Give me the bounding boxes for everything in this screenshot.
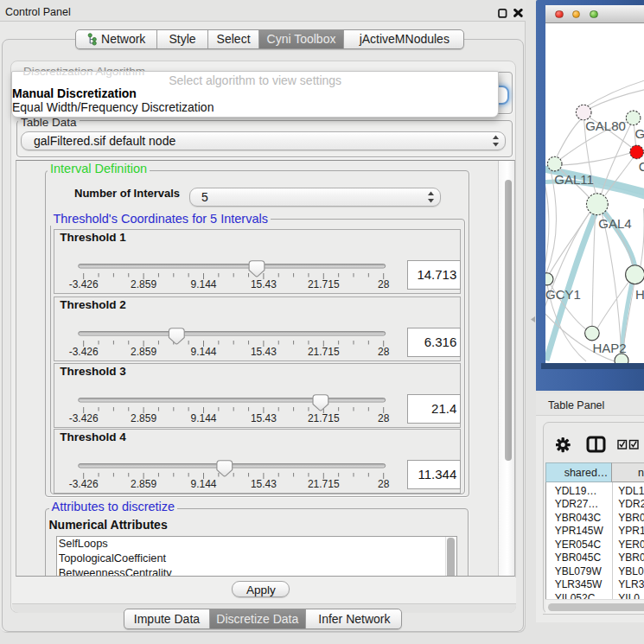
svg-text:15.43: 15.43 <box>251 278 277 290</box>
svg-text:15.43: 15.43 <box>251 478 277 490</box>
svg-text:-3.426: -3.426 <box>69 278 99 290</box>
svg-text:15.43: 15.43 <box>251 346 277 358</box>
svg-text:2.859: 2.859 <box>131 478 156 490</box>
svg-text:GCY1: GCY1 <box>545 287 581 302</box>
svg-text:28: 28 <box>378 278 390 290</box>
svg-text:9.144: 9.144 <box>191 278 217 290</box>
svg-text:21.715: 21.715 <box>308 412 340 424</box>
svg-text:-3.426: -3.426 <box>69 478 99 490</box>
svg-text:CA: CA <box>639 159 644 174</box>
svg-text:28: 28 <box>378 478 390 490</box>
svg-text:HAP2: HAP2 <box>593 341 627 355</box>
svg-text:GAL4: GAL4 <box>598 216 631 231</box>
svg-text:9.144: 9.144 <box>191 346 217 358</box>
svg-text:2.859: 2.859 <box>131 412 156 424</box>
svg-text:28: 28 <box>378 346 390 358</box>
svg-text:2.859: 2.859 <box>131 278 156 290</box>
svg-text:GAL11: GAL11 <box>554 172 594 187</box>
svg-text:GA: GA <box>634 126 644 141</box>
svg-text:-3.426: -3.426 <box>69 346 99 358</box>
svg-text:28: 28 <box>378 412 390 424</box>
svg-text:HIS: HIS <box>635 287 644 302</box>
svg-text:21.715: 21.715 <box>308 478 340 490</box>
svg-text:2.859: 2.859 <box>131 346 156 358</box>
svg-text:21.715: 21.715 <box>308 346 340 358</box>
svg-text:-3.426: -3.426 <box>69 412 99 424</box>
svg-text:9.144: 9.144 <box>191 478 217 490</box>
svg-text:21.715: 21.715 <box>308 278 340 290</box>
svg-text:15.43: 15.43 <box>251 412 277 424</box>
svg-text:9.144: 9.144 <box>191 412 217 424</box>
svg-text:GAL80: GAL80 <box>585 118 626 133</box>
